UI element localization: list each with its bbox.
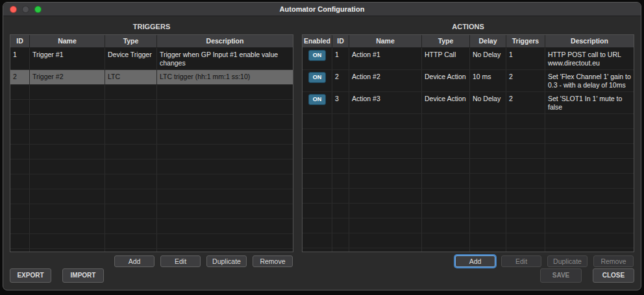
triggers-table: IDNameTypeDescription 1Trigger #1Device … bbox=[10, 34, 293, 252]
empty-cell bbox=[349, 129, 422, 144]
trigger-empty-row bbox=[10, 219, 293, 234]
empty-cell bbox=[30, 159, 105, 174]
content-area: TRIGGERS IDNameTypeDescription 1Trigger … bbox=[3, 16, 641, 263]
action-cell-description: HTTP POST call to URL www.directout.eu bbox=[545, 48, 634, 70]
empty-cell bbox=[157, 115, 293, 130]
empty-cell bbox=[332, 204, 349, 218]
empty-cell bbox=[10, 85, 30, 100]
empty-cell bbox=[10, 145, 30, 159]
action-row[interactable]: ON1Action #1HTTP CallNo Delay1HTTP POST … bbox=[303, 48, 634, 70]
action-enabled-toggle[interactable]: ON bbox=[308, 72, 327, 83]
trigger-empty-row bbox=[10, 159, 293, 174]
action-cell-description: Set 'SLOT1 In 1' mute to false bbox=[545, 92, 634, 114]
action-row[interactable]: ON2Action #2Device Action10 ms2Set 'Flex… bbox=[303, 70, 634, 92]
empty-cell bbox=[332, 218, 349, 233]
triggers-column-header: Name bbox=[30, 35, 105, 48]
empty-cell bbox=[470, 174, 506, 189]
save-button: SAVE bbox=[540, 268, 582, 283]
empty-cell bbox=[545, 129, 634, 144]
footer-bar: EXPORT IMPORT SAVE CLOSE bbox=[3, 263, 641, 290]
empty-cell bbox=[157, 219, 293, 234]
empty-cell bbox=[30, 249, 105, 252]
triggers-column-header: ID bbox=[10, 35, 30, 48]
empty-cell bbox=[545, 204, 634, 218]
action-cell-delay: No Delay bbox=[470, 92, 506, 114]
empty-cell bbox=[506, 189, 545, 204]
empty-cell bbox=[10, 174, 30, 189]
empty-cell bbox=[470, 248, 506, 252]
empty-cell bbox=[349, 248, 422, 252]
empty-cell bbox=[303, 189, 332, 204]
action-enabled-toggle[interactable]: ON bbox=[308, 50, 327, 61]
empty-cell bbox=[349, 189, 422, 204]
action-empty-row bbox=[303, 233, 634, 248]
empty-cell bbox=[105, 189, 157, 204]
empty-cell bbox=[303, 129, 332, 144]
empty-cell bbox=[545, 174, 634, 189]
action-enabled-toggle[interactable]: ON bbox=[308, 94, 327, 105]
trigger-empty-row bbox=[10, 204, 293, 219]
import-button[interactable]: IMPORT bbox=[62, 268, 104, 283]
footer-left-group: EXPORT IMPORT bbox=[10, 268, 104, 283]
empty-cell bbox=[30, 145, 105, 159]
empty-cell bbox=[349, 218, 422, 233]
trigger-row[interactable]: 2Trigger #2LTCLTC trigger (hh:1 mm:1 ss:… bbox=[10, 70, 293, 85]
close-window-icon[interactable] bbox=[10, 6, 17, 13]
empty-cell bbox=[470, 114, 506, 129]
titlebar: Automator Configuration bbox=[3, 3, 641, 16]
empty-cell bbox=[157, 234, 293, 249]
empty-cell bbox=[10, 115, 30, 130]
empty-cell bbox=[105, 85, 157, 100]
empty-cell bbox=[349, 159, 422, 174]
automator-configuration-window: Automator Configuration TRIGGERS IDNameT… bbox=[3, 2, 641, 290]
trigger-empty-row bbox=[10, 100, 293, 115]
empty-cell bbox=[506, 233, 545, 248]
actions-panel: ACTIONS EnabledIDNameTypeDelayTriggersDe… bbox=[302, 19, 634, 263]
empty-cell bbox=[105, 100, 157, 115]
empty-cell bbox=[105, 130, 157, 145]
empty-cell bbox=[303, 159, 332, 174]
action-empty-row bbox=[303, 218, 634, 233]
empty-cell bbox=[105, 204, 157, 219]
action-cell-id: 1 bbox=[332, 48, 349, 70]
actions-column-header: Delay bbox=[470, 35, 506, 48]
window-title: Automator Configuration bbox=[280, 5, 365, 13]
empty-cell bbox=[10, 159, 30, 174]
empty-cell bbox=[30, 234, 105, 249]
empty-cell bbox=[332, 144, 349, 159]
empty-cell bbox=[506, 144, 545, 159]
empty-cell bbox=[105, 249, 157, 252]
empty-cell bbox=[30, 115, 105, 130]
empty-cell bbox=[349, 174, 422, 189]
empty-cell bbox=[422, 129, 470, 144]
triggers-body: 1Trigger #1Device TriggerTrigger when GP… bbox=[10, 48, 293, 252]
empty-cell bbox=[545, 144, 634, 159]
trigger-empty-row bbox=[10, 115, 293, 130]
action-row[interactable]: ON3Action #3Device ActionNo Delay2Set 'S… bbox=[303, 92, 634, 114]
trigger-row[interactable]: 1Trigger #1Device TriggerTrigger when GP… bbox=[10, 48, 293, 70]
action-cell-enabled: ON bbox=[303, 70, 332, 92]
trigger-empty-row bbox=[10, 85, 293, 100]
action-cell-triggers: 1 bbox=[506, 48, 545, 70]
export-button[interactable]: EXPORT bbox=[10, 268, 51, 283]
empty-cell bbox=[422, 159, 470, 174]
empty-cell bbox=[105, 115, 157, 130]
action-cell-type: Device Action bbox=[422, 70, 470, 92]
empty-cell bbox=[332, 129, 349, 144]
empty-cell bbox=[506, 159, 545, 174]
empty-cell bbox=[506, 204, 545, 218]
empty-cell bbox=[157, 145, 293, 159]
empty-cell bbox=[157, 204, 293, 219]
action-cell-delay: No Delay bbox=[470, 48, 506, 70]
empty-cell bbox=[157, 130, 293, 145]
close-button[interactable]: CLOSE bbox=[593, 268, 634, 283]
empty-cell bbox=[303, 248, 332, 252]
empty-cell bbox=[157, 85, 293, 100]
action-cell-delay: 10 ms bbox=[470, 70, 506, 92]
zoom-window-icon[interactable] bbox=[34, 6, 42, 13]
minimize-window-icon[interactable] bbox=[22, 6, 29, 13]
trigger-empty-row bbox=[10, 234, 293, 249]
actions-header: EnabledIDNameTypeDelayTriggersDescriptio… bbox=[303, 35, 634, 48]
empty-cell bbox=[470, 204, 506, 218]
empty-cell bbox=[422, 114, 470, 129]
